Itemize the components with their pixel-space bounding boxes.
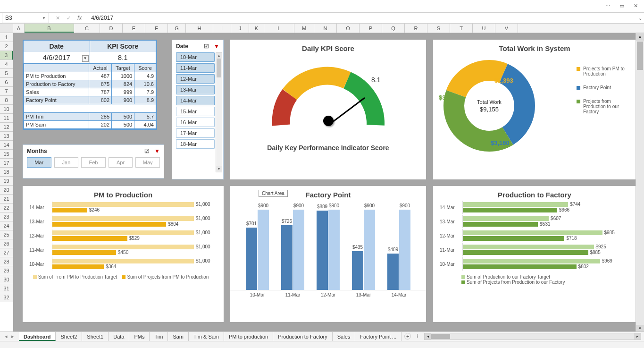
more-icon[interactable]: ⋯ xyxy=(605,3,612,9)
close-icon[interactable]: ✕ xyxy=(634,3,640,9)
row-header[interactable]: 22 xyxy=(0,204,13,212)
column-header[interactable]: B xyxy=(25,24,74,33)
sheet-tab[interactable]: Tim & Sam xyxy=(189,332,224,341)
sheet-tab[interactable]: PM to production xyxy=(224,332,273,341)
sheet-tab[interactable]: Tim xyxy=(150,332,168,341)
fx-icon[interactable]: fx xyxy=(77,15,82,21)
row-header[interactable]: 10 xyxy=(0,105,13,114)
dropdown-icon[interactable]: ▼ xyxy=(82,55,89,62)
column-header[interactable]: F xyxy=(145,24,168,33)
row-header[interactable]: 1 xyxy=(0,33,13,42)
sheet-tab[interactable]: Sales xyxy=(333,332,356,341)
row-header[interactable]: 31 xyxy=(0,284,13,293)
column-header[interactable]: M xyxy=(294,24,314,33)
horizontal-scrollbar[interactable]: ◂ ▸ xyxy=(424,333,641,340)
vertical-scrollbar[interactable]: ▲ ▼ xyxy=(636,33,644,332)
slicer-item[interactable]: 14-Mar xyxy=(176,96,215,105)
sheet-tab[interactable]: Sheet2 xyxy=(56,332,82,341)
slicer-item[interactable]: Mar xyxy=(27,157,51,168)
column-header[interactable]: C xyxy=(74,24,100,33)
row-header[interactable]: 20 xyxy=(0,186,13,195)
row-header[interactable]: 26 xyxy=(0,239,13,248)
row-header[interactable]: 6 xyxy=(0,78,13,87)
enter-icon[interactable]: ✓ xyxy=(67,15,71,21)
sheet-tab[interactable]: Sheet1 xyxy=(82,332,109,341)
prev-tab-icon[interactable]: ◂ xyxy=(5,333,8,340)
slicer-item[interactable]: 13-Mar xyxy=(176,85,215,94)
column-header[interactable]: H xyxy=(186,24,213,33)
sheet-tab[interactable]: PMs xyxy=(129,332,150,341)
column-header[interactable]: J xyxy=(231,24,249,33)
column-header[interactable]: U xyxy=(473,24,495,33)
slicer-item[interactable]: Jan xyxy=(54,157,79,168)
column-header[interactable]: Q xyxy=(382,24,405,33)
column-header[interactable]: I xyxy=(213,24,231,33)
kpi-date-cell[interactable]: 4/6/2017▼ xyxy=(24,52,90,63)
date-slicer-scrollbar[interactable]: ▲ ▼ xyxy=(216,52,222,172)
column-header[interactable]: R xyxy=(405,24,427,33)
row-header[interactable]: 7 xyxy=(0,87,13,96)
multiselect-icon[interactable]: ☑ xyxy=(204,43,209,50)
factory-point-chart[interactable]: Chart Area Factory Point $701$900$726$90… xyxy=(230,186,426,322)
scroll-up-icon[interactable]: ▲ xyxy=(636,33,644,41)
sheet-tab[interactable]: Production to Factory xyxy=(273,332,333,341)
column-header[interactable]: O xyxy=(337,24,360,33)
row-header[interactable]: 32 xyxy=(0,293,13,302)
slicer-item[interactable]: 18-Mar xyxy=(176,139,215,149)
scroll-right-icon[interactable]: ▸ xyxy=(634,333,641,340)
slicer-item[interactable]: 15-Mar xyxy=(176,107,215,116)
scroll-up-icon[interactable]: ▲ xyxy=(216,53,222,59)
column-header[interactable]: P xyxy=(360,24,382,33)
chevron-down-icon[interactable]: ▼ xyxy=(42,16,46,20)
slicer-item[interactable]: 16-Mar xyxy=(176,118,215,127)
row-header[interactable]: 24 xyxy=(0,221,13,230)
column-header[interactable]: N xyxy=(314,24,337,33)
scroll-left-icon[interactable]: ◂ xyxy=(425,333,431,340)
sheet-tab[interactable]: Sam xyxy=(168,332,189,341)
column-header[interactable]: K xyxy=(249,24,264,33)
pm-to-production-chart[interactable]: PM to Production 14-Mar$1,000$24613-Mar$… xyxy=(23,186,224,322)
next-tab-icon[interactable]: ▸ xyxy=(11,333,14,340)
row-header[interactable]: 2 xyxy=(0,42,13,51)
slicer-item[interactable]: 12-Mar xyxy=(176,74,215,84)
add-sheet-button[interactable]: + xyxy=(404,333,411,340)
row-header[interactable]: 25 xyxy=(0,230,13,239)
sheet-tab[interactable]: Data xyxy=(109,332,129,341)
scroll-thumb[interactable] xyxy=(637,42,643,70)
row-header[interactable]: 14 xyxy=(0,141,13,150)
row-header[interactable]: 23 xyxy=(0,212,13,221)
row-header[interactable]: 8 xyxy=(0,96,13,105)
scroll-thumb[interactable] xyxy=(431,334,450,339)
multiselect-icon[interactable]: ☑ xyxy=(144,148,150,154)
column-header[interactable]: D xyxy=(100,24,123,33)
ribbon-options-icon[interactable]: ▭ xyxy=(619,3,626,9)
slicer-item[interactable]: 17-Mar xyxy=(176,128,215,138)
formula-input[interactable]: 4/6/2017 xyxy=(88,15,636,21)
slicer-item[interactable]: May xyxy=(135,157,160,168)
expand-formula-icon[interactable]: ⌄ xyxy=(636,16,644,21)
cancel-icon[interactable]: ✕ xyxy=(56,15,60,21)
slicer-item[interactable]: Feb xyxy=(81,157,106,168)
scroll-down-icon[interactable]: ▼ xyxy=(216,166,222,172)
row-header[interactable]: 30 xyxy=(0,275,13,284)
row-header[interactable]: 13 xyxy=(0,132,13,141)
row-header[interactable]: 27 xyxy=(0,248,13,257)
name-box[interactable]: B3 ▼ xyxy=(2,13,49,23)
clear-filter-icon[interactable]: ▼ xyxy=(214,43,219,50)
column-header[interactable]: V xyxy=(495,24,518,33)
column-header[interactable]: T xyxy=(450,24,473,33)
column-header[interactable]: G xyxy=(168,24,186,33)
slicer-item[interactable]: 11-Mar xyxy=(176,63,215,73)
row-header[interactable]: 15 xyxy=(0,150,13,159)
row-header[interactable]: 11 xyxy=(0,114,13,123)
scroll-thumb[interactable] xyxy=(217,59,221,77)
row-header[interactable]: 18 xyxy=(0,168,13,177)
sheet-tab[interactable]: Dashboard xyxy=(19,332,56,341)
column-header[interactable]: A xyxy=(13,24,25,33)
row-header[interactable]: 28 xyxy=(0,257,13,266)
clear-filter-icon[interactable]: ▼ xyxy=(154,148,160,154)
row-header[interactable]: 12 xyxy=(0,123,13,132)
row-header[interactable]: 21 xyxy=(0,195,13,204)
column-header[interactable]: L xyxy=(264,24,294,33)
row-header[interactable]: 17 xyxy=(0,159,13,168)
